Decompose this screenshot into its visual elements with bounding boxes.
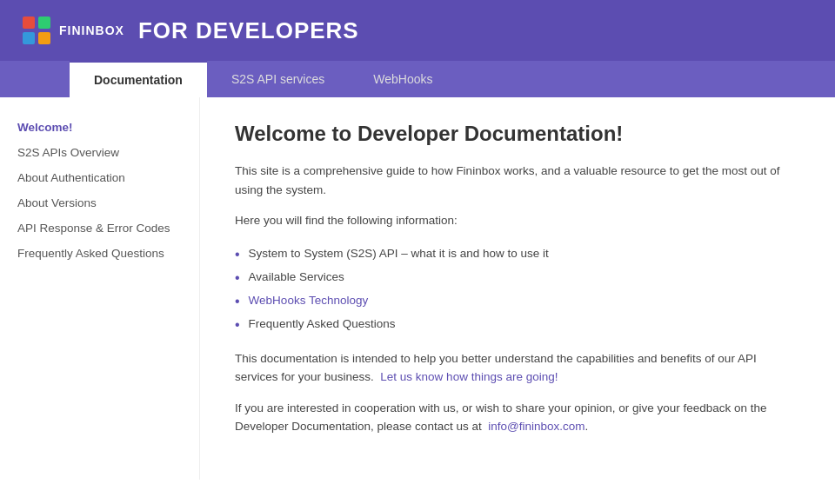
sidebar-item-welcome[interactable]: Welcome! — [14, 115, 185, 140]
sidebar-item-faq[interactable]: Frequently Asked Questions — [14, 241, 185, 266]
sidebar-item-error-codes[interactable]: API Response & Error Codes — [14, 216, 185, 241]
content-area: Welcome! S2S APIs Overview About Authent… — [0, 97, 835, 480]
fininbox-logo-icon — [21, 15, 52, 46]
email-link[interactable]: info@fininbox.com — [488, 420, 584, 433]
logo-text: FININBOX — [59, 23, 124, 37]
sidebar: Welcome! S2S APIs Overview About Authent… — [0, 97, 200, 480]
logo-area: FININBOX — [21, 15, 124, 46]
sidebar-item-versions[interactable]: About Versions — [14, 190, 185, 216]
tab-webhooks[interactable]: WebHooks — [349, 61, 457, 97]
header-title: FOR DEVELOPERS — [138, 17, 359, 44]
page-title: Welcome to Developer Documentation! — [235, 122, 800, 146]
webhooks-link[interactable]: WebHooks Technology — [249, 291, 369, 311]
svg-rect-3 — [38, 32, 50, 44]
svg-rect-0 — [23, 17, 35, 29]
list-item-s2s: System to System (S2S) API – what it is … — [235, 242, 800, 266]
tab-s2s-api[interactable]: S2S API services — [207, 61, 349, 97]
sidebar-item-s2s-overview[interactable]: S2S APIs Overview — [14, 140, 185, 165]
para4-after: . — [584, 420, 588, 433]
header: FININBOX FOR DEVELOPERS — [0, 0, 835, 61]
list-item-faq: Frequently Asked Questions — [235, 313, 800, 336]
feedback-link[interactable]: Let us know how things are going! — [380, 370, 558, 383]
feature-list: System to System (S2S) API – what it is … — [235, 242, 800, 337]
sidebar-item-authentication[interactable]: About Authentication — [14, 165, 185, 190]
list-item-services: Available Services — [235, 266, 800, 289]
intro-paragraph-1: This site is a comprehensive guide to ho… — [235, 162, 800, 199]
list-item-webhooks: WebHooks Technology — [235, 289, 800, 313]
para3: This documentation is intended to help y… — [235, 349, 800, 387]
main-content: Welcome to Developer Documentation! This… — [200, 97, 835, 480]
svg-rect-2 — [23, 32, 35, 44]
svg-rect-1 — [38, 17, 50, 29]
para4: If you are interested in cooperation wit… — [235, 399, 800, 436]
tab-documentation[interactable]: Documentation — [70, 61, 207, 97]
intro-paragraph-2: Here you will find the following informa… — [235, 211, 800, 230]
nav-tabs: Documentation S2S API services WebHooks — [0, 61, 835, 97]
